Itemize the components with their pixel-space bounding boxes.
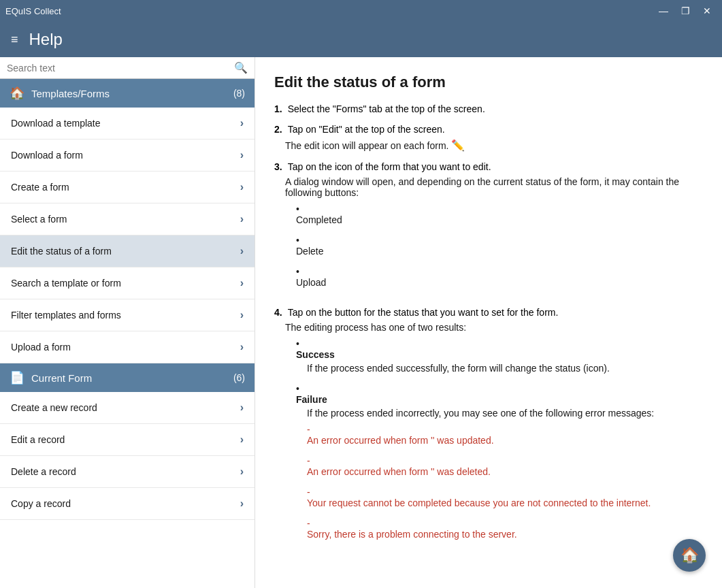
step-3-subtext: A dialog window will open, and depending… — [285, 176, 703, 297]
search-bar: 🔍 — [0, 57, 255, 79]
search-input[interactable] — [7, 63, 234, 74]
chevron-icon: › — [240, 117, 244, 129]
sidebar-item-label: Edit a record — [11, 434, 65, 445]
title-bar-left: EQuIS Collect — [5, 6, 61, 16]
sidebar-item-label: Delete a record — [11, 466, 76, 477]
step-4: 4. Tap on the button for the status that… — [274, 307, 703, 564]
chevron-icon: › — [240, 402, 244, 414]
minimize-button[interactable]: — — [654, 3, 673, 18]
app-header: ≡ Help — [0, 22, 722, 57]
title-bar-controls: — ❐ ✕ — [654, 3, 717, 18]
sidebar-item-download-form[interactable]: Download a form › — [0, 140, 255, 172]
content-title: Edit the status of a form — [274, 74, 703, 91]
bullet-item: Delete — [296, 235, 703, 257]
close-button[interactable]: ✕ — [698, 3, 717, 18]
sidebar-item-create-record[interactable]: Create a new record › — [0, 392, 255, 424]
step-1-num: 1. — [274, 103, 282, 114]
chevron-icon: › — [240, 341, 244, 353]
step-4-text: Tap on the button for the status that yo… — [288, 307, 559, 318]
current-form-section-count: (6) — [233, 372, 245, 383]
chevron-icon: › — [240, 213, 244, 225]
chevron-icon: › — [240, 245, 244, 257]
hamburger-icon[interactable]: ≡ — [11, 33, 18, 47]
sidebar-item-delete-record[interactable]: Delete a record › — [0, 456, 255, 488]
error-item: An error occurred when form '' was updat… — [307, 424, 703, 446]
sidebar-item-copy-record[interactable]: Copy a record › — [0, 488, 255, 520]
content-area: Edit the status of a form 1. Select the … — [255, 57, 722, 588]
sidebar-item-create-form[interactable]: Create a form › — [0, 172, 255, 203]
step-3-num: 3. — [274, 161, 282, 172]
restore-button[interactable]: ❐ — [676, 3, 695, 18]
sidebar-item-label: Search a template or form — [11, 278, 121, 289]
sidebar-item-label: Filter templates and forms — [11, 310, 121, 321]
error-item: Sorry, there is a problem connecting to … — [307, 518, 703, 540]
step-3: 3. Tap on the icon of the form that you … — [274, 161, 703, 297]
success-label: Success — [296, 349, 703, 360]
success-detail: If the process ended successfully, the f… — [307, 363, 703, 374]
result-success: Success If the process ended successfull… — [296, 338, 703, 374]
sidebar-item-label: Download a template — [11, 118, 101, 129]
templates-section-count: (8) — [233, 88, 245, 99]
title-bar: EQuIS Collect — ❐ ✕ — [0, 0, 722, 22]
step-1: 1. Select the "Forms" tab at the top of … — [274, 103, 703, 114]
home-button[interactable]: 🏠 — [673, 539, 706, 572]
sidebar-item-label: Upload a form — [11, 342, 71, 353]
sidebar-item-label: Download a form — [11, 150, 83, 161]
current-form-section-icon: 📄 — [10, 370, 24, 385]
sidebar: 🔍 🏠 Templates/Forms (8) Download a templ… — [0, 57, 255, 588]
sidebar-item-search-template[interactable]: Search a template or form › — [0, 267, 255, 299]
sidebar-item-download-template[interactable]: Download a template › — [0, 108, 255, 140]
current-form-section-label: Current Form — [31, 372, 92, 384]
search-icon[interactable]: 🔍 — [234, 61, 248, 74]
sidebar-item-label: Create a new record — [11, 402, 97, 413]
result-failure: Failure If the process ended incorrectly… — [296, 383, 703, 555]
chevron-icon: › — [240, 466, 244, 478]
steps-list: 1. Select the "Forms" tab at the top of … — [274, 103, 703, 564]
step-2: 2. Tap on "Edit" at the top of the scree… — [274, 124, 703, 152]
bullet-item: Completed — [296, 203, 703, 225]
step-3-text: Tap on the icon of the form that you wan… — [288, 161, 491, 172]
pencil-icon: ✏️ — [451, 140, 465, 151]
error-item: An error occurred when form '' was delet… — [307, 455, 703, 477]
sidebar-item-label: Copy a record — [11, 498, 71, 509]
chevron-icon: › — [240, 434, 244, 446]
sidebar-item-label: Edit the status of a form — [11, 246, 112, 257]
sidebar-item-edit-status[interactable]: Edit the status of a form › — [0, 235, 255, 267]
step-4-num: 4. — [274, 307, 282, 318]
home-icon: 🏠 — [680, 546, 699, 564]
section-header-templates: 🏠 Templates/Forms (8) — [0, 79, 255, 108]
sidebar-item-select-form[interactable]: Select a form › — [0, 203, 255, 235]
failure-detail: If the process ended incorrectly, you ma… — [307, 408, 703, 419]
step-2-num: 2. — [274, 124, 282, 135]
sidebar-list: 🏠 Templates/Forms (8) Download a templat… — [0, 79, 255, 588]
step-2-text: Tap on "Edit" at the top of the screen. — [288, 124, 445, 135]
error-item: Your request cannot be completed because… — [307, 487, 703, 508]
sidebar-item-edit-record[interactable]: Edit a record › — [0, 424, 255, 456]
chevron-icon: › — [240, 181, 244, 193]
main-layout: 🔍 🏠 Templates/Forms (8) Download a templ… — [0, 57, 722, 588]
section-header-current-form: 📄 Current Form (6) — [0, 363, 255, 392]
chevron-icon: › — [240, 497, 244, 510]
chevron-icon: › — [240, 277, 244, 289]
header-title: Help — [29, 30, 63, 49]
app-name: EQuIS Collect — [5, 6, 61, 16]
step-4-subtext: The editing process has one of two resul… — [285, 322, 703, 564]
sidebar-item-filter-templates[interactable]: Filter templates and forms › — [0, 299, 255, 331]
error-list: An error occurred when form '' was updat… — [307, 424, 703, 549]
step-1-text: Select the "Forms" tab at the top of the… — [288, 103, 485, 114]
step-2-subtext: The edit icon will appear on each form. … — [285, 139, 703, 152]
chevron-icon: › — [240, 149, 244, 161]
sidebar-item-upload-form[interactable]: Upload a form › — [0, 331, 255, 363]
sidebar-item-label: Select a form — [11, 214, 67, 225]
sidebar-item-label: Create a form — [11, 182, 69, 193]
step-3-bullets: Completed Delete Upload — [296, 203, 703, 288]
templates-section-icon: 🏠 — [10, 86, 24, 101]
bullet-item: Upload — [296, 266, 703, 288]
chevron-icon: › — [240, 309, 244, 321]
failure-label: Failure — [296, 394, 703, 405]
step-4-results: Success If the process ended successfull… — [296, 338, 703, 555]
templates-section-label: Templates/Forms — [31, 88, 110, 99]
